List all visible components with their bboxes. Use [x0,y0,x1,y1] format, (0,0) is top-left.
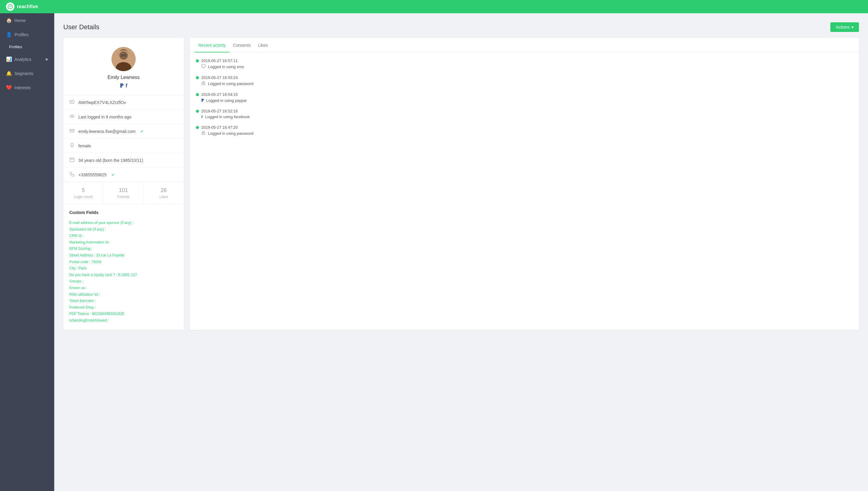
sidebar-item-home-label: Home [14,18,26,23]
sidebar: 🏠 Home 👤 Profiles Profiles 📊 Analytics ▶… [0,13,54,491]
home-icon: 🏠 [6,18,11,23]
email-icon [69,128,75,134]
profile-field-gender: female [63,139,184,153]
segments-icon: 🔔 [6,70,11,76]
profile-last-login-value: Last logged in 9 months ago [78,115,131,119]
custom-field-item: Street Address : 33 rue La Fayette [69,252,178,259]
svg-point-15 [71,143,73,146]
profile-field-last-login: Last logged in 9 months ago [63,110,184,124]
custom-field-item: E-mail address of your sponsor (if any) … [69,220,178,226]
activity-action: Logged in using password [196,81,853,86]
activity-action-icon: f [201,115,203,119]
stat-friends-label: Friends [117,195,129,199]
activity-action-text: Logged in using paypal [206,98,246,103]
analytics-arrow-icon: ▶ [46,57,48,61]
custom-field-item: Sponsee/s list (if any) : [69,226,178,233]
profile-field-id: AWr5wpEX7V4LXZrzflOv [63,95,184,110]
sidebar-analytics-label: Analytics [14,57,31,62]
custom-field-item: isSendingEmailAllowed : [69,317,178,324]
activity-dot [196,126,199,129]
custom-field-item: CRM Id : [69,233,178,239]
activity-tabs: Recent activity Consents Likes [190,38,859,53]
svg-point-0 [8,4,13,9]
profiles-icon: 👤 [6,32,11,37]
activity-entry: 2019-05-27 16:54:15 𝐏 Logged in using pa… [190,89,859,106]
activity-dot [196,93,199,96]
activity-action-text: Logged in using password [208,81,253,86]
stat-likes-label: Likes [159,195,168,199]
profile-field-phone: +33655559625 ✔ [63,168,184,182]
sidebar-profiles-header-label: Profiles [14,32,29,37]
tab-recent-activity[interactable]: Recent activity [195,38,229,53]
stat-login-count[interactable]: 5 Login count [63,182,103,204]
custom-fields-section: Custom Fields E-mail address of your spo… [63,204,184,330]
logo-text: reachfive [17,4,38,9]
custom-field-item: Postal code : 75009 [69,259,178,265]
custom-field-item: RFM Scoring : [69,246,178,252]
profile-field-birthdate: 34 years old (born the 1985/10/11) [63,153,184,168]
custom-fields-list: E-mail address of your sponsor (if any) … [69,220,178,324]
svg-point-26 [203,133,204,134]
phone-icon [69,172,75,177]
tab-consents[interactable]: Consents [229,38,255,53]
svg-rect-22 [202,64,205,67]
activity-time-text: 2019-05-27 16:47:20 [201,125,238,129]
activity-action: Logged in using sms [196,64,853,69]
svg-rect-9 [70,100,74,104]
activity-action: f Logged in using facebook [196,115,853,119]
custom-fields-title: Custom Fields [69,210,178,215]
logo-icon [6,2,14,11]
interests-icon: ❤️ [6,85,11,90]
stat-friends[interactable]: 101 Friends [103,182,144,204]
profile-phone-value: +33655559625 [78,172,107,177]
activity-action-icon: 𝐏 [201,98,204,103]
page-header: User Details Actions ▾ [63,22,859,32]
custom-field-item: Do you have a loyalty card ? : R-2891-12… [69,272,178,279]
activity-action-text: Logged in using facebook [205,115,249,119]
sidebar-item-interests[interactable]: ❤️ Interests [0,81,54,95]
top-bar: reachfive [0,0,868,13]
stat-likes[interactable]: 26 Likes [144,182,184,204]
custom-field-item: City : Paris [69,265,178,272]
gender-icon [69,143,75,149]
analytics-icon: 📊 [6,56,11,62]
activity-entry: 2019-05-27 16:55:24 Logged in using pass… [190,73,859,89]
phone-verified-icon: ✔ [112,173,115,177]
id-icon [69,99,75,105]
actions-button-label: Actions [836,25,849,30]
activity-dot [196,59,199,62]
email-verified-icon: ✔ [141,129,144,134]
sidebar-item-analytics[interactable]: 📊 Analytics ▶ [0,52,54,66]
sidebar-item-profiles-header[interactable]: 👤 Profiles [0,27,54,41]
activity-time-text: 2019-05-27 16:52:16 [201,109,238,113]
custom-field-item: Known as : [69,285,178,291]
app-layout: 🏠 Home 👤 Profiles Profiles 📊 Analytics ▶… [0,13,868,491]
activity-entry: 2019-05-27 16:52:16 f Logged in using fa… [190,106,859,122]
activity-entry: 2019-05-27 16:57:11 Logged in using sms [190,55,859,73]
profile-email-value: emily.lewness.five@gmail.com [78,129,136,134]
activity-action-text: Logged in using password [208,131,253,136]
tab-recent-activity-label: Recent activity [198,43,226,48]
activity-timestamp: 2019-05-27 16:47:20 [196,125,853,129]
profile-field-email: emily.lewness.five@gmail.com ✔ [63,124,184,139]
avatar [112,47,136,71]
sidebar-interests-label: Interests [14,85,31,90]
activity-dot [196,110,199,113]
svg-point-24 [203,84,204,84]
activity-action-icon [201,81,206,86]
stat-likes-number: 26 [161,187,167,194]
tab-likes[interactable]: Likes [255,38,272,53]
custom-field-item: PSP Tokens : 881569499300182E [69,311,178,317]
sidebar-item-segments[interactable]: 🔔 Segments [0,66,54,81]
sidebar-item-home[interactable]: 🏠 Home [0,13,54,27]
sidebar-item-profiles[interactable]: Profiles [0,41,54,52]
actions-button[interactable]: Actions ▾ [830,22,859,32]
activity-action-icon [201,131,206,136]
activity-timestamp: 2019-05-27 16:54:15 [196,92,853,97]
profile-fields: AWr5wpEX7V4LXZrzflOv Last logged in 9 mo… [63,95,184,182]
activity-action: Logged in using password [196,131,853,136]
svg-point-13 [71,116,72,117]
content-grid: Emily Lewness 𝐏 f AWr5wpEX7V4LXZrzflOv [63,38,859,330]
stat-login-count-number: 5 [82,187,85,194]
page-title: User Details [63,23,99,31]
